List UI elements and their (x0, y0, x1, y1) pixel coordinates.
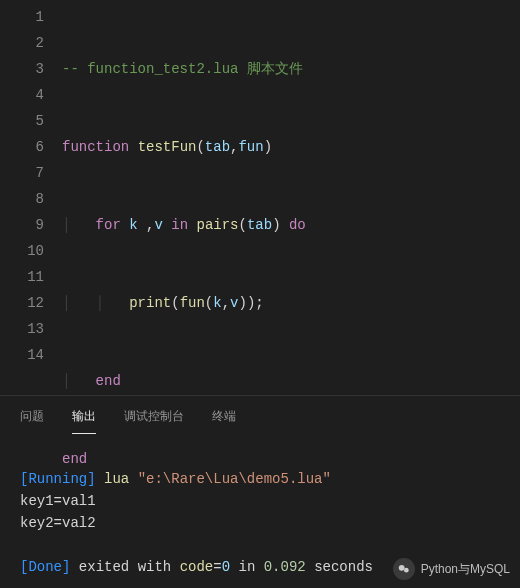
tab-problems[interactable]: 问题 (20, 404, 44, 434)
tab-output[interactable]: 输出 (72, 404, 96, 434)
punct: ( (205, 295, 213, 311)
indent-guide: │ (62, 217, 96, 233)
code-line[interactable] (62, 524, 520, 550)
tab-terminal[interactable]: 终端 (212, 404, 236, 434)
punct: , (138, 217, 155, 233)
indent-guide: │ (62, 373, 96, 389)
watermark: Python与MySQL (393, 558, 510, 580)
command: lua (104, 471, 129, 487)
line-number: 4 (0, 82, 44, 108)
punct: ) (264, 139, 272, 155)
function-name: testFun (138, 139, 197, 155)
in-word: in (238, 559, 255, 575)
param: fun (238, 139, 263, 155)
code-line[interactable]: function testFun(tab,fun) (62, 134, 520, 160)
code-area[interactable]: -- function_test2.lua 脚本文件 function test… (62, 0, 520, 395)
line-number: 14 (0, 342, 44, 368)
code-line[interactable]: -- function_test2.lua 脚本文件 (62, 56, 520, 82)
line-number: 7 (0, 160, 44, 186)
running-label: [Running] (20, 471, 96, 487)
punct: ( (239, 217, 247, 233)
svg-point-0 (398, 565, 404, 571)
wechat-icon (393, 558, 415, 580)
code-line[interactable]: │ for k ,v in pairs(tab) do (62, 212, 520, 238)
watermark-text: Python与MySQL (421, 561, 510, 578)
time-value: 0.092 (264, 559, 306, 575)
done-label: [Done] (20, 559, 70, 575)
line-number: 12 (0, 290, 44, 316)
line-gutter: 1 2 3 4 5 6 7 8 9 10 11 12 13 14 (0, 0, 62, 395)
function-name: print (129, 295, 171, 311)
punct: )); (238, 295, 263, 311)
line-number: 2 (0, 30, 44, 56)
indent-guide: │ │ (62, 295, 129, 311)
line-number: 10 (0, 238, 44, 264)
line-number: 11 (0, 264, 44, 290)
output-line: key1=val1 (20, 493, 96, 509)
code-line[interactable]: │ │ print(fun(k,v)); (62, 290, 520, 316)
comment-text: -- function_test2.lua 脚本文件 (62, 61, 303, 77)
var: v (154, 217, 162, 233)
tab-debug-console[interactable]: 调试控制台 (124, 404, 184, 434)
param: tab (205, 139, 230, 155)
function-name: pairs (196, 217, 238, 233)
punct: ( (171, 295, 179, 311)
line-number: 13 (0, 316, 44, 342)
function-name: fun (180, 295, 205, 311)
var: k (213, 295, 221, 311)
keyword: end (62, 451, 87, 467)
keyword: end (96, 373, 121, 389)
line-number: 9 (0, 212, 44, 238)
line-number: 5 (0, 108, 44, 134)
var: k (129, 217, 137, 233)
keyword: function (62, 139, 129, 155)
exit-text: exited with (79, 559, 171, 575)
line-number: 1 (0, 4, 44, 30)
code-editor: 1 2 3 4 5 6 7 8 9 10 11 12 13 14 -- func… (0, 0, 520, 395)
var: tab (247, 217, 272, 233)
exit-code: 0 (222, 559, 230, 575)
punct: ( (196, 139, 204, 155)
keyword: do (289, 217, 306, 233)
svg-point-1 (404, 568, 409, 573)
keyword: for (96, 217, 121, 233)
line-number: 6 (0, 134, 44, 160)
punct: , (222, 295, 230, 311)
seconds-word: seconds (314, 559, 373, 575)
eq: = (213, 559, 221, 575)
output-line: key2=val2 (20, 515, 96, 531)
code-line[interactable]: │ end (62, 368, 520, 394)
line-number: 8 (0, 186, 44, 212)
punct: ) (272, 217, 280, 233)
file-path: "e:\Rare\Lua\demo5.lua" (138, 471, 331, 487)
line-number: 3 (0, 56, 44, 82)
code-word: code (180, 559, 214, 575)
keyword: in (171, 217, 188, 233)
